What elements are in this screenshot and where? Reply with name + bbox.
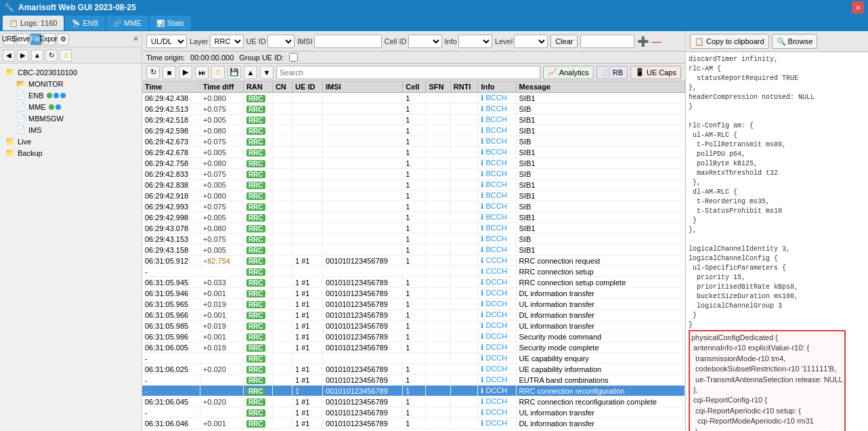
tab-enb[interactable]: 📡 ENB	[65, 16, 105, 30]
cell-cn	[272, 147, 292, 158]
table-row[interactable]: 06:31:06.045 +0.020 RRC 1 #1 00101012345…	[142, 396, 685, 407]
info-badge: ℹ DCCH	[481, 300, 507, 308]
table-row[interactable]: - RRC 1 001010123456789 1 ℹ DCCH RRC con…	[142, 386, 685, 396]
table-row[interactable]: 06:29:42.838 +0.005 RRC 1 ℹ BCCH SIB1	[142, 180, 685, 190]
filter-level-label: Level	[495, 37, 513, 45]
table-row[interactable]: 06:29:42.918 +0.080 RRC 1 ℹ BCCH SIB1	[142, 190, 685, 201]
table-row[interactable]: 06:31:05.985 +0.019 RRC 1 #1 00101012345…	[142, 321, 685, 331]
sidebar-nav-server[interactable]: Server	[16, 33, 28, 45]
sidebar-settings[interactable]: ⚙	[57, 33, 69, 45]
filter-level-select[interactable]	[514, 35, 548, 48]
filter-layer-select[interactable]: RRC	[210, 35, 244, 48]
filter-add-btn[interactable]: ➕	[637, 36, 649, 47]
search-input[interactable]	[276, 66, 540, 79]
table-row[interactable]: 06:31:05.986 +0.001 RRC 1 #1 00101012345…	[142, 331, 685, 342]
app-icon: 🔧	[4, 3, 14, 12]
info-badge: ℹ BCCH	[481, 115, 506, 123]
filter-cellid-select[interactable]	[408, 35, 442, 48]
info-badge: ℹ CCCH	[481, 256, 507, 264]
cell-diff: +0.001	[200, 418, 243, 429]
table-row[interactable]: - RRC ℹ CCCH RRC connection setup	[142, 266, 685, 277]
cell-ran: RRC	[243, 201, 272, 212]
table-row[interactable]: - RRC 1 #1 001010123456789 1 ℹ DCCH UL i…	[142, 407, 685, 418]
tab-mme[interactable]: 🔗 MME	[106, 16, 148, 30]
sidebar-item-mme[interactable]: 📄 MME	[14, 101, 139, 112]
refresh-btn[interactable]: ↻	[146, 66, 160, 79]
table-row[interactable]: 06:31:05.946 +0.001 RRC 1 #1 00101012345…	[142, 288, 685, 299]
table-row[interactable]: 06:29:42.758 +0.080 RRC 1 ℹ BCCH SIB1	[142, 158, 685, 169]
filter-remove-btn[interactable]: —	[651, 36, 661, 47]
table-row[interactable]: 06:29:43.158 +0.005 RRC 1 ℹ BCCH SIB1	[142, 245, 685, 255]
stop-btn[interactable]: ■	[162, 66, 176, 79]
play-btn[interactable]: ▶	[179, 66, 192, 79]
cell-diff	[200, 266, 243, 277]
table-row[interactable]: 06:31:06.005 +0.019 RRC 1 #1 00101012345…	[142, 342, 685, 353]
cell-cn	[272, 125, 292, 136]
table-row[interactable]: 06:31:05.966 +0.001 RRC 1 #1 00101012345…	[142, 310, 685, 321]
cell-time: 06:31:06.025	[142, 364, 200, 375]
table-row[interactable]: 06:29:43.153 +0.075 RRC 1 ℹ BCCH SIB	[142, 234, 685, 245]
table-row[interactable]: 06:31:05.912 +82.754 RRC 1 #1 0010101234…	[142, 255, 685, 266]
table-row[interactable]: - RRC 1 #1 001010123456789 1 ℹ DCCH EUTR…	[142, 375, 685, 386]
close-button[interactable]: ✕	[852, 1, 864, 14]
table-row[interactable]: 06:29:42.438 +0.080 RRC 1 ℹ BCCH SIB1	[142, 93, 685, 104]
table-row[interactable]: 06:31:06.046 +0.001 RRC 1 #1 00101012345…	[142, 418, 685, 429]
cell-cell: 1	[403, 386, 426, 396]
table-row[interactable]: 06:29:42.833 +0.075 RRC 1 ℹ BCCH SIB	[142, 169, 685, 180]
sidebar-export[interactable]: Export	[43, 33, 56, 45]
table-row[interactable]: 06:31:05.945 +0.033 RRC 1 #1 00101012345…	[142, 277, 685, 288]
sidebar-up-btn[interactable]: ▲	[31, 49, 43, 62]
table-row[interactable]: 06:31:06.025 +0.020 RRC 1 #1 00101012345…	[142, 364, 685, 375]
table-row[interactable]: 06:29:42.673 +0.075 RRC 1 ℹ BCCH SIB	[142, 136, 685, 147]
filter-info-select[interactable]	[458, 35, 492, 48]
sidebar-warn-btn[interactable]: ⚠	[60, 49, 72, 62]
filter-extra-input[interactable]	[580, 35, 634, 48]
table-row[interactable]: - RRC ℹ DCCH UE capability enquiry	[142, 353, 685, 364]
filter-ueid-select[interactable]	[267, 35, 295, 48]
sidebar-item-cbc[interactable]: 📁 CBC-2023010100	[3, 66, 139, 78]
tab-stats[interactable]: 📊 Stats	[150, 16, 191, 30]
table-row[interactable]: 06:29:42.598 +0.080 RRC 1 ℹ BCCH SIB1	[142, 125, 685, 136]
sidebar-item-backup[interactable]: 📁 Backup	[3, 147, 139, 159]
table-row[interactable]: 06:31:05.965 +0.019 RRC 1 #1 00101012345…	[142, 299, 685, 310]
filter-uldl-select[interactable]: UL/DL	[146, 35, 187, 48]
table-row[interactable]: 06:29:42.993 +0.075 RRC 1 ℹ BCCH SIB	[142, 201, 685, 212]
app-title: Amarisoft Web GUI 2023-08-25	[18, 3, 136, 12]
cell-rnti	[450, 342, 478, 353]
table-row[interactable]: 06:29:42.678 +0.005 RRC 1 ℹ BCCH SIB1	[142, 147, 685, 158]
sidebar-item-enb[interactable]: 📄 ENB	[14, 89, 139, 101]
filter-imsi-input[interactable]	[314, 35, 382, 48]
sidebar-refresh-btn[interactable]: ↻	[45, 49, 58, 62]
table-row[interactable]: 06:29:42.513 +0.075 RRC 1 ℹ BCCH SIB	[142, 104, 685, 115]
table-row[interactable]: 06:29:42.998 +0.005 RRC 1 ℹ BCCH SIB1	[142, 212, 685, 223]
rb-btn[interactable]: ⬜ RB	[596, 66, 628, 79]
browse-btn[interactable]: 🔍 Browse	[772, 34, 818, 49]
warn-btn[interactable]: ⚠	[211, 66, 225, 79]
group-ueid-checkbox[interactable]	[289, 53, 298, 62]
table-row[interactable]: 06:29:43.078 +0.080 RRC 1 ℹ BCCH SIB1	[142, 223, 685, 234]
sidebar-item-ims[interactable]: 📄 IMS	[14, 124, 139, 136]
cell-cell: 1	[403, 331, 426, 342]
filter-clear-btn[interactable]: Clear	[550, 35, 578, 48]
skip-btn[interactable]: ⏭	[195, 66, 209, 79]
sidebar-item-monitor[interactable]: 📂 MONITOR	[14, 78, 139, 89]
cell-sfn	[426, 169, 450, 180]
up-btn[interactable]: ▲	[244, 66, 257, 79]
sidebar-item-live[interactable]: 📁 Live	[3, 136, 139, 147]
sidebar-forward-btn[interactable]: ▶	[17, 49, 29, 62]
save-btn[interactable]: 💾	[227, 66, 241, 79]
table-row[interactable]: 06:29:42.518 +0.005 RRC 1 ℹ BCCH SIB1	[142, 115, 685, 125]
group-ueid-label: Group UE ID:	[239, 54, 284, 62]
down-btn[interactable]: ▼	[260, 66, 274, 79]
cell-ran: RRC	[243, 158, 272, 169]
cell-sfn	[426, 201, 450, 212]
sidebar-item-mbmsgw[interactable]: 📄 MBMSGW	[14, 112, 139, 124]
tab-logs[interactable]: 📋 Logs: 1160	[3, 16, 64, 30]
sidebar-back-btn[interactable]: ◀	[3, 49, 15, 62]
uecaps-btn[interactable]: 📱 UE Caps	[630, 66, 681, 79]
analytics-btn[interactable]: 📈 Analytics	[543, 66, 594, 79]
cell-time: -	[142, 266, 200, 277]
copy-to-clipboard-btn[interactable]: 📋 Copy to clipboard	[690, 34, 769, 49]
sidebar-close-btn[interactable]: ✕	[133, 35, 139, 43]
cell-diff: +0.005	[200, 147, 243, 158]
